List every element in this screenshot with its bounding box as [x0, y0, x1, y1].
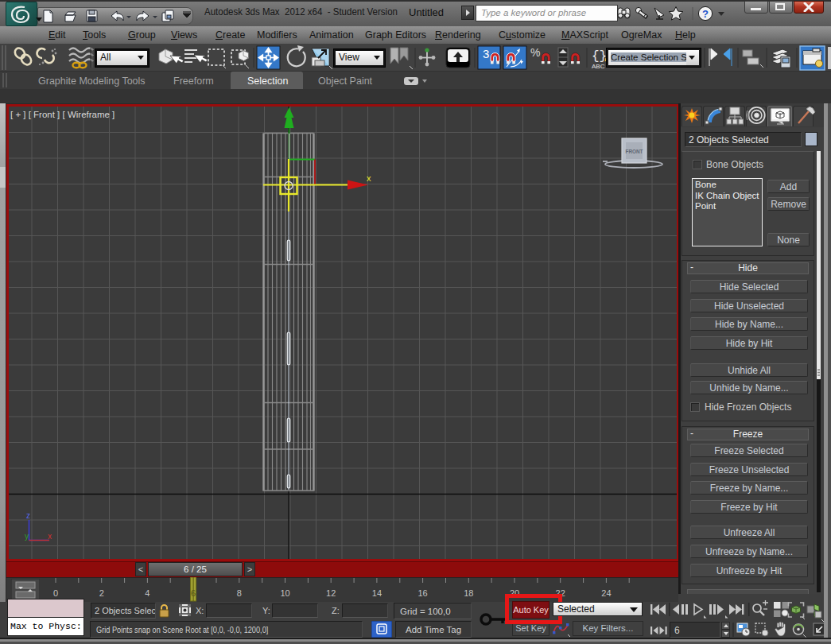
svg-text:FRONT: FRONT: [625, 149, 643, 154]
svg-text:24: 24: [601, 588, 611, 598]
svg-text:ABC: ABC: [592, 63, 605, 70]
svg-text:14: 14: [372, 588, 382, 598]
svg-text:?: ?: [702, 8, 709, 20]
svg-text:8: 8: [237, 588, 242, 598]
svg-text:18: 18: [464, 588, 473, 598]
svg-text:x: x: [367, 173, 371, 183]
svg-text:4: 4: [145, 588, 150, 598]
svg-text:16: 16: [417, 588, 427, 598]
svg-text:12: 12: [326, 588, 336, 598]
svg-text:%: %: [530, 46, 540, 59]
svg-text:10: 10: [280, 588, 289, 598]
svg-text:2: 2: [99, 588, 104, 598]
svg-text:3: 3: [483, 47, 489, 60]
svg-text:z: z: [26, 511, 30, 520]
svg-text:x: x: [48, 532, 52, 541]
svg-text:0: 0: [53, 588, 58, 598]
svg-text:6: 6: [191, 588, 196, 598]
svg-text:y: y: [25, 532, 29, 541]
